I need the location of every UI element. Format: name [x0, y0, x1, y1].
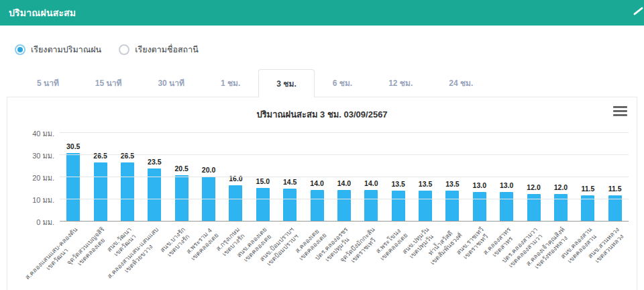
chart-title: ปริมาณฝนสะสม 3 ชม. 03/09/2567	[7, 97, 637, 122]
bar-value-label: 14.0	[337, 179, 351, 187]
y-axis-tick-label: 30 มม.	[15, 150, 54, 162]
page-title: ปริมาณฝนสะสม	[9, 7, 76, 18]
sort-options: เรียงตามปริมาณฝน เรียงตามชื่อสถานี	[15, 43, 644, 56]
tab-interval[interactable]: 24 ชม.	[431, 68, 491, 97]
sort-by-station-label: เรียงตามชื่อสถานี	[135, 43, 199, 56]
tab-interval[interactable]: 12 ชม.	[370, 68, 431, 97]
bar-value-label: 30.5	[66, 142, 80, 150]
y-axis-tick-label: 40 มม.	[15, 128, 54, 140]
interval-tabs: 5 นาที15 นาที30 นาที1 ชม.3 ชม.6 ชม.12 ชม…	[0, 68, 644, 97]
rain-bar[interactable]	[283, 189, 297, 221]
tab-interval[interactable]: 15 นาที	[77, 68, 140, 97]
bar-value-label: 20.0	[202, 166, 215, 174]
x-axis-station-label: ส.พระราม 4เขตคลองเตย	[183, 226, 220, 262]
tab-interval[interactable]: 1 ชม.	[203, 68, 258, 97]
rain-bar[interactable]	[364, 190, 378, 221]
gridline	[60, 132, 629, 133]
gridline	[60, 199, 629, 199]
chart-export-menu-icon[interactable]	[613, 106, 627, 116]
tab-interval[interactable]: 30 นาที	[140, 68, 203, 97]
radio-unselected-icon[interactable]	[119, 44, 129, 55]
bar-value-label: 15.0	[256, 177, 270, 185]
rain-bar[interactable]	[66, 153, 80, 221]
sort-by-rain-radio[interactable]: เรียงตามปริมาณฝน	[15, 43, 101, 56]
bar-value-label: 13.5	[391, 180, 405, 188]
rain-bar[interactable]	[229, 185, 242, 221]
bar-value-label: 12.0	[527, 183, 540, 191]
bar-value-label: 26.5	[93, 152, 107, 160]
bar-value-label: 26.5	[121, 152, 134, 160]
tab-active[interactable]: 3 ชม.	[258, 69, 314, 97]
tab-interval[interactable]: 6 ชม.	[315, 68, 370, 97]
rain-bar[interactable]	[445, 191, 459, 221]
x-axis-line	[60, 221, 629, 222]
rain-bar[interactable]	[473, 192, 486, 221]
bar-value-label: 12.0	[554, 183, 568, 191]
radio-selected-icon[interactable]	[15, 44, 25, 55]
rain-bar[interactable]	[121, 162, 134, 221]
bar-value-label: 23.5	[148, 158, 161, 166]
rain-bar[interactable]	[94, 162, 107, 221]
chart-panel: ปริมาณฝนสะสม 3 ชม. 03/09/2567 30.5ส.คลอง…	[7, 97, 637, 290]
tab-interval[interactable]: 5 นาที	[19, 68, 77, 97]
y-axis-tick-label: 10 มม.	[15, 194, 54, 206]
rain-bar[interactable]	[256, 188, 270, 222]
bar-value-label: 13.0	[500, 181, 513, 189]
page-header: ปริมาณฝนสะสม	[0, 0, 644, 26]
y-axis-tick-label: 0 มม.	[15, 216, 54, 228]
rain-bar[interactable]	[311, 190, 324, 221]
bar-chart-plot: 30.5ส.คลองแสนแสบ-คลองตันเขตวัฒนา26.5จุดว…	[60, 132, 629, 221]
rain-bar[interactable]	[419, 191, 432, 221]
gridline	[60, 154, 629, 155]
bar-value-label: 11.5	[581, 185, 594, 193]
x-axis-station-label: สนข.ราชเทวีเขตราชเทวี	[454, 226, 490, 262]
rain-bar[interactable]	[500, 192, 513, 221]
bar-value-label: 11.5	[608, 185, 622, 193]
gridline	[60, 177, 629, 177]
y-axis-tick-label: 20 มม.	[15, 172, 54, 184]
rain-bar[interactable]	[337, 190, 351, 221]
rain-bar[interactable]	[392, 191, 405, 221]
bar-value-label: 13.5	[445, 180, 459, 188]
x-axis-station-label: ส.พระโขนงเขตคลองเตย	[373, 226, 410, 262]
bar-value-label: 16.0	[229, 175, 242, 183]
bar-value-label: 14.5	[283, 178, 297, 186]
collapse-arrow-icon[interactable]	[633, 7, 643, 15]
bar-value-label: 14.0	[364, 179, 378, 187]
bar-value-label: 20.5	[174, 164, 188, 173]
bar-value-label: 13.0	[473, 181, 486, 189]
bar-value-label: 14.0	[310, 179, 323, 187]
bar-value-label: 13.5	[419, 180, 432, 188]
sort-by-rain-label: เรียงตามปริมาณฝน	[31, 43, 101, 56]
sort-by-station-radio[interactable]: เรียงตามชื่อสถานี	[119, 43, 199, 56]
